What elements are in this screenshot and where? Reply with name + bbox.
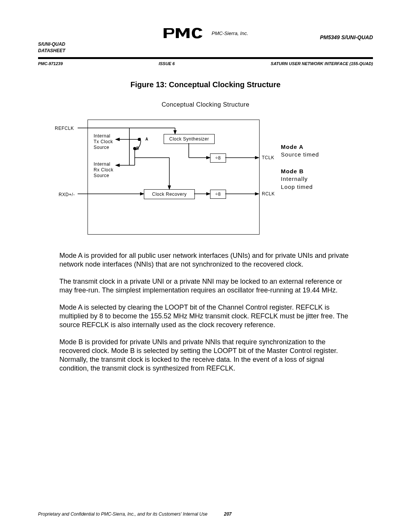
header-rule	[38, 57, 373, 59]
page: S/UNI-QUAD DATASHEET PMC-Sierra, Inc. PM…	[0, 0, 411, 532]
clock-synthesizer-block: Clock Synthesizer	[164, 134, 215, 144]
mode-b-text: Mode B Internally Loop timed	[281, 168, 313, 191]
footer: Proprietary and Confidential to PMC-Sier…	[38, 511, 373, 517]
doc-number: PMC-971239	[38, 61, 63, 66]
paragraph-1: Mode A is provided for all public user n…	[59, 251, 352, 269]
rxd-label: RXD+/-	[59, 192, 75, 197]
tclk-label: TCLK	[262, 155, 274, 160]
sel-a-label: A	[145, 137, 148, 141]
header: S/UNI-QUAD DATASHEET PMC-Sierra, Inc. PM…	[38, 27, 373, 57]
body-text: Mode A is provided for all public user n…	[59, 251, 352, 373]
header-left: S/UNI-QUAD DATASHEET	[38, 41, 65, 54]
doc-title: SATURN USER NETWORK INTERFACE (155-QUAD)	[271, 61, 373, 66]
refclk-label: REFCLK	[55, 126, 74, 131]
doc-type: DATASHEET	[38, 48, 65, 54]
issue-number: ISSUE 6	[159, 61, 175, 66]
int-rx-label: Internal Rx Clock Source	[94, 161, 113, 179]
paragraph-2: The transmit clock in a private UNI or a…	[59, 277, 352, 295]
sel-b-label: B	[136, 146, 139, 150]
int-tx-label: Internal Tx Clock Source	[94, 133, 113, 150]
mode-b-name: Mode B	[281, 168, 313, 175]
clock-recovery-block: Clock Recovery	[144, 189, 195, 199]
div8-top-block: ÷8	[210, 153, 226, 163]
mode-b-desc1: Internally	[281, 175, 313, 183]
subheader: PMC-971239 ISSUE 6 SATURN USER NETWORK I…	[38, 61, 373, 66]
mode-a-text: Mode A Source timed	[281, 143, 319, 159]
paragraph-4: Mode B is provided for private UNIs and …	[59, 338, 352, 373]
div8-bottom-block: ÷8	[210, 190, 226, 199]
header-right: PM5349 S/UNI-QUAD	[320, 34, 373, 40]
mode-a-name: Mode A	[281, 143, 319, 151]
mode-a-desc: Source timed	[281, 151, 319, 158]
mode-b-desc2: Loop timed	[281, 183, 313, 191]
company-name: PMC-Sierra, Inc.	[212, 30, 248, 36]
pmc-logo-icon	[163, 27, 209, 40]
footer-text: Proprietary and Confidential to PMC-Sier…	[38, 511, 207, 517]
paragraph-3: Mode A is selected by clearing the LOOPT…	[59, 303, 352, 329]
clocking-diagram: REFCLK RXD+/- Internal Tx Clock Source I…	[46, 116, 365, 241]
product-name: S/UNI-QUAD	[38, 41, 65, 48]
figure-title: Figure 13: Conceptual Clocking Structure	[38, 80, 373, 89]
rclk-label: RCLK	[262, 191, 275, 197]
header-center: PMC-Sierra, Inc.	[163, 27, 248, 40]
page-number: 207	[224, 511, 232, 517]
figure-subtitle: Conceptual Clocking Structure	[38, 101, 373, 108]
